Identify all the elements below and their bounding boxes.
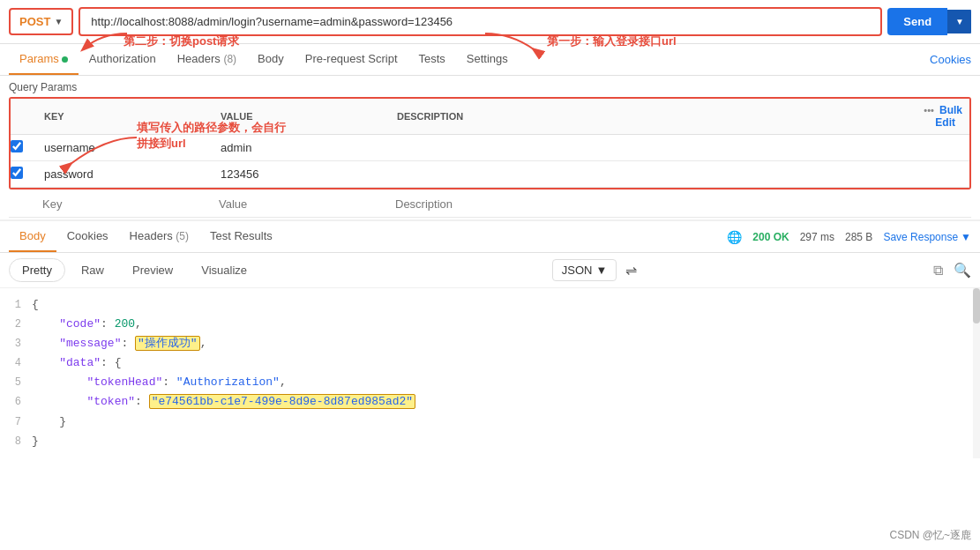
- header-check: [11, 99, 37, 135]
- scrollbar-track[interactable]: [973, 288, 980, 458]
- send-dropdown-button[interactable]: ▼: [947, 10, 971, 33]
- header-key: KEY: [37, 99, 213, 135]
- cookies-link[interactable]: Cookies: [930, 53, 971, 66]
- row1-check-cell: [11, 135, 37, 161]
- query-params-label: Query Params: [9, 81, 971, 93]
- tab-prerequest[interactable]: Pre-request Script: [295, 44, 408, 75]
- table-row: [11, 135, 969, 161]
- tab-authorization[interactable]: Authorization: [79, 44, 167, 75]
- json-code-area: 1 { 2 "code": 200, 3 "message": "操作成功", …: [0, 288, 980, 458]
- code-line-2: 2 "code": 200,: [0, 315, 980, 334]
- code-line-1: 1 {: [0, 295, 980, 315]
- save-response-arrow: ▼: [961, 231, 971, 243]
- method-arrow-icon: ▼: [54, 17, 63, 26]
- scrollbar-thumb[interactable]: [973, 288, 980, 323]
- format-label: JSON: [562, 264, 593, 277]
- bulk-edit-button[interactable]: Bulk Edit: [935, 104, 962, 129]
- send-button-group[interactable]: Send ▼: [887, 8, 971, 35]
- filter-icon[interactable]: ⇌: [625, 262, 637, 279]
- method-label: POST: [19, 15, 50, 28]
- placeholder-check-cell: [9, 191, 35, 218]
- globe-icon: 🌐: [727, 230, 742, 244]
- placeholder-key-cell: [35, 191, 212, 218]
- tab-headers[interactable]: Headers (8): [167, 44, 247, 75]
- response-size: 285 B: [845, 231, 872, 243]
- row2-check-cell: [11, 161, 37, 188]
- row2-desc-input[interactable]: [390, 161, 899, 187]
- row1-desc-input[interactable]: [390, 135, 899, 160]
- response-tabs-row: Body Cookies Headers (5) Test Results 🌐 …: [0, 221, 980, 253]
- row2-value-input[interactable]: [213, 161, 390, 187]
- response-meta: 🌐 200 OK 297 ms 285 B Save Response ▼: [727, 230, 971, 244]
- search-icon[interactable]: 🔍: [954, 262, 971, 279]
- code-tab-preview[interactable]: Preview: [120, 259, 185, 281]
- header-value: VALUE: [213, 99, 390, 135]
- code-line-6: 6 "token": "e74561bb-c1e7-499e-8d9e-8d87…: [0, 392, 980, 412]
- placeholder-key-input[interactable]: [35, 191, 212, 217]
- response-tab-headers[interactable]: Headers (5): [119, 221, 199, 252]
- code-tabs-row: Pretty Raw Preview Visualize JSON ▼ ⇌ ⧉ …: [0, 253, 980, 288]
- query-params-section: Query Params 填写传入的路径参数，会自行拼接到url KEY VAL…: [0, 76, 980, 218]
- code-tab-raw[interactable]: Raw: [69, 259, 116, 281]
- tab-tests[interactable]: Tests: [408, 44, 456, 75]
- response-tab-testresults[interactable]: Test Results: [199, 221, 283, 252]
- dots-icon: •••: [924, 105, 934, 115]
- response-time: 297 ms: [800, 231, 834, 243]
- response-status: 200 OK: [752, 231, 789, 243]
- placeholder-value-input[interactable]: [212, 191, 388, 217]
- code-line-4: 4 "data": {: [0, 353, 980, 373]
- code-line-5: 5 "tokenHead": "Authorization",: [0, 373, 980, 392]
- code-line-8: 8 }: [0, 432, 980, 451]
- send-main-button[interactable]: Send: [887, 8, 947, 35]
- params-table-header: KEY VALUE DESCRIPTION ••• Bulk Edit: [11, 99, 969, 135]
- response-tab-cookies[interactable]: Cookies: [56, 221, 119, 252]
- row2-checkbox[interactable]: [11, 167, 23, 179]
- header-bulk: ••• Bulk Edit: [899, 99, 969, 135]
- placeholder-desc-cell: [388, 191, 971, 218]
- request-tabs-row: Params Authorization Headers (8) Body Pr…: [0, 44, 980, 76]
- params-table-wrapper: KEY VALUE DESCRIPTION ••• Bulk Edit: [9, 97, 971, 190]
- placeholder-row: [9, 191, 971, 218]
- header-desc: DESCRIPTION: [390, 99, 899, 135]
- row1-checkbox[interactable]: [11, 140, 23, 152]
- method-dropdown[interactable]: POST ▼: [9, 8, 73, 35]
- tab-settings[interactable]: Settings: [456, 44, 519, 75]
- row2-key-cell: [37, 161, 213, 188]
- params-placeholder-table: [9, 191, 971, 218]
- tab-params[interactable]: Params: [9, 44, 79, 75]
- params-dot: [62, 56, 68, 63]
- row2-key-input[interactable]: [37, 161, 213, 187]
- row2-action-cell: [899, 161, 969, 188]
- placeholder-desc-input[interactable]: [388, 191, 971, 217]
- code-tab-pretty[interactable]: Pretty: [9, 258, 65, 282]
- response-section: Body Cookies Headers (5) Test Results 🌐 …: [0, 219, 980, 458]
- tab-body[interactable]: Body: [247, 44, 295, 75]
- placeholder-value-cell: [212, 191, 388, 218]
- url-input[interactable]: [79, 7, 882, 36]
- row1-action-cell: [899, 135, 969, 161]
- save-response-button[interactable]: Save Response ▼: [883, 231, 971, 243]
- row1-key-cell: [37, 135, 213, 161]
- code-line-7: 7 }: [0, 412, 980, 432]
- row2-desc-cell: [390, 161, 899, 188]
- row1-value-input[interactable]: [213, 135, 390, 160]
- response-tab-body[interactable]: Body: [9, 221, 56, 252]
- format-selector[interactable]: JSON ▼: [552, 259, 617, 281]
- params-table: KEY VALUE DESCRIPTION ••• Bulk Edit: [11, 99, 969, 188]
- row1-value-cell: [213, 135, 390, 161]
- row1-desc-cell: [390, 135, 899, 161]
- code-line-3: 3 "message": "操作成功",: [0, 334, 980, 353]
- table-row: [11, 161, 969, 188]
- top-bar: POST ▼ Send ▼: [0, 0, 980, 44]
- copy-icon[interactable]: ⧉: [933, 263, 943, 279]
- row2-value-cell: [213, 161, 390, 188]
- code-tab-visualize[interactable]: Visualize: [189, 259, 259, 281]
- format-arrow-icon: ▼: [595, 264, 607, 277]
- row1-key-input[interactable]: [37, 135, 213, 160]
